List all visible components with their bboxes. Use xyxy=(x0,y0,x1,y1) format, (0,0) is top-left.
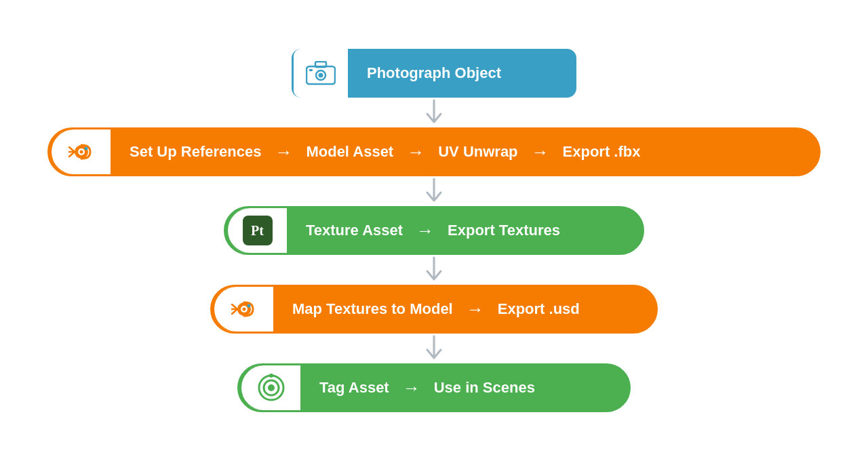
row-photograph: Photograph Object xyxy=(292,49,576,98)
arrow-2: → xyxy=(407,142,425,163)
blender1-steps: Set Up References → Model Asset → UV Unw… xyxy=(111,127,659,176)
pt-icon: Pt xyxy=(243,216,273,245)
step-scenes: Use in Scenes xyxy=(434,379,535,397)
step-uv: UV Unwrap xyxy=(438,143,517,161)
arrow-3: → xyxy=(532,142,549,163)
pt-icon-cell: Pt xyxy=(226,206,287,255)
arrow-down-3 xyxy=(423,255,445,285)
row-blender1: Set Up References → Model Asset → UV Unw… xyxy=(47,127,821,176)
arrow-4: → xyxy=(416,220,434,241)
svg-point-15 xyxy=(247,304,250,308)
svg-point-8 xyxy=(84,147,87,151)
arrow-down-4 xyxy=(423,334,445,363)
photograph-steps: Photograph Object xyxy=(348,49,520,98)
step-tag: Tag Asset xyxy=(319,379,389,397)
blender-icon-1 xyxy=(66,136,97,167)
blender-icon-2 xyxy=(229,294,260,325)
flowchart: Photograph Object xyxy=(34,35,834,426)
svg-point-22 xyxy=(269,374,273,378)
blender2-icon-cell xyxy=(212,285,273,334)
camera-icon-cell xyxy=(294,49,348,98)
arrow-down-1 xyxy=(423,98,445,127)
svg-point-3 xyxy=(319,73,323,78)
blender2-steps: Map Textures to Model → Export .usd xyxy=(273,285,599,334)
arrow-down-2 xyxy=(423,176,445,206)
tag-icon-cell xyxy=(239,363,300,412)
step-model: Model Asset xyxy=(306,143,393,161)
tag-icon xyxy=(256,372,287,403)
svg-point-21 xyxy=(268,384,275,391)
arrow-1: → xyxy=(275,142,292,163)
arrow-5: → xyxy=(467,299,484,320)
camera-icon xyxy=(306,61,336,85)
photograph-label: Photograph Object xyxy=(367,64,501,82)
svg-rect-1 xyxy=(315,62,326,67)
step-fbx: Export .fbx xyxy=(563,143,641,161)
step-texture: Texture Asset xyxy=(306,222,403,239)
row-blender2: Map Textures to Model → Export .usd xyxy=(210,285,658,334)
svg-point-7 xyxy=(79,151,83,154)
row-tag: Tag Asset → Use in Scenes xyxy=(237,363,631,412)
step-setup: Set Up References xyxy=(130,143,261,161)
step-map: Map Textures to Model xyxy=(292,300,453,318)
svg-rect-4 xyxy=(309,69,313,71)
step-usd: Export .usd xyxy=(498,300,580,318)
row-substance: Pt Texture Asset → Export Textures xyxy=(224,206,644,255)
step-export-tex: Export Textures xyxy=(448,222,560,239)
svg-point-14 xyxy=(242,308,245,311)
tag-steps: Tag Asset → Use in Scenes xyxy=(300,363,554,412)
substance-steps: Texture Asset → Export Textures xyxy=(287,206,579,255)
arrow-6: → xyxy=(403,378,420,399)
blender1-icon-cell xyxy=(50,127,111,176)
